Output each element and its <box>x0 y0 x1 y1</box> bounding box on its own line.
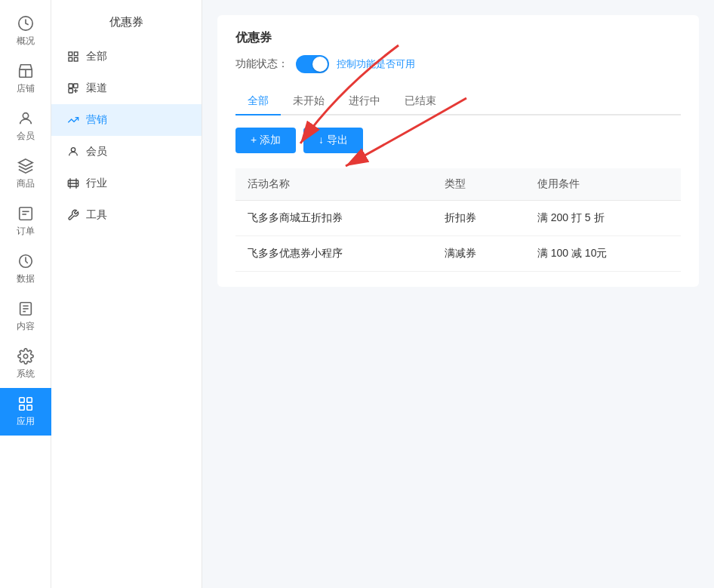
second-nav-channel-label: 渠道 <box>86 82 107 95</box>
svg-rect-17 <box>69 52 72 56</box>
svg-rect-19 <box>69 57 72 61</box>
export-button[interactable]: ↓ 导出 <box>303 128 363 153</box>
marketing-icon <box>66 113 80 127</box>
second-nav-membernav[interactable]: 会员 <box>51 136 202 168</box>
svg-rect-18 <box>74 52 78 56</box>
table-cell-condition: 满 100 减 10元 <box>525 236 681 272</box>
svg-rect-16 <box>26 405 31 410</box>
sidebar-label-order: 订单 <box>17 225 35 238</box>
sidebar-icons: 概况 店铺 会员 商品 订单 <box>0 0 51 588</box>
svg-rect-21 <box>69 84 72 88</box>
second-nav-tools[interactable]: 工具 <box>51 199 202 231</box>
sidebar-label-data: 数据 <box>17 272 35 285</box>
svg-point-26 <box>71 148 75 152</box>
table-cell-name: 飞多多优惠券小程序 <box>235 236 432 272</box>
tab-all[interactable]: 全部 <box>235 88 281 114</box>
action-buttons: + 添加 ↓ 导出 <box>235 128 681 153</box>
svg-point-12 <box>23 354 28 359</box>
toggle-description: 控制功能是否可用 <box>337 57 415 71</box>
table-cell-type: 折扣券 <box>432 201 525 236</box>
sidebar-label-content: 内容 <box>17 320 35 333</box>
sidebar-label-member: 会员 <box>17 130 35 143</box>
person-icon <box>66 145 80 159</box>
feature-status-label: 功能状态： <box>235 57 288 71</box>
svg-rect-13 <box>19 398 23 402</box>
table-cell-name: 飞多多商城五折扣券 <box>235 201 432 236</box>
table-cell-type: 满减券 <box>432 236 525 272</box>
table-header-type: 类型 <box>432 168 525 201</box>
feature-toggle[interactable] <box>296 55 329 73</box>
add-button[interactable]: + 添加 <box>235 128 296 153</box>
sidebar-label-app: 应用 <box>17 415 35 428</box>
section-title: 优惠券 <box>235 30 681 46</box>
sidebar-item-overview[interactable]: 概况 <box>0 8 51 55</box>
tab-ended[interactable]: 已结束 <box>392 88 448 114</box>
svg-rect-22 <box>74 84 78 88</box>
sidebar-item-system[interactable]: 系统 <box>0 340 51 388</box>
table-cell-condition: 满 200 打 5 折 <box>525 201 681 236</box>
svg-rect-20 <box>74 57 78 61</box>
second-nav-membernav-label: 会员 <box>86 145 107 159</box>
table-row: 飞多多商城五折扣券 折扣券 满 200 打 5 折 <box>235 201 681 236</box>
table-header-name: 活动名称 <box>235 168 432 201</box>
svg-rect-14 <box>26 398 31 402</box>
sidebar-label-system: 系统 <box>17 368 35 380</box>
second-nav-tools-label: 工具 <box>86 208 107 222</box>
sidebar-item-product[interactable]: 商品 <box>0 150 51 198</box>
second-nav-marketing-label: 营销 <box>86 113 107 127</box>
tabs-row: 全部 未开始 进行中 已结束 <box>235 88 681 115</box>
sidebar-label-store: 店铺 <box>17 82 35 95</box>
sidebar-item-store[interactable]: 店铺 <box>0 55 51 103</box>
industry-icon <box>66 177 80 190</box>
sidebar-item-data[interactable]: 数据 <box>0 245 51 293</box>
second-nav-industry-label: 行业 <box>86 177 107 190</box>
svg-rect-4 <box>19 208 32 220</box>
second-nav-marketing[interactable]: 营销 <box>51 104 202 136</box>
feature-status-row: 功能状态： 控制功能是否可用 <box>235 55 681 73</box>
second-nav-all[interactable]: 全部 <box>51 41 202 72</box>
second-nav-channel[interactable]: 渠道 <box>51 72 202 104</box>
sidebar-item-order[interactable]: 订单 <box>0 198 51 245</box>
channel-icon <box>66 82 80 95</box>
second-nav: 优惠券 全部 渠道 营销 <box>51 0 202 588</box>
second-nav-industry[interactable]: 行业 <box>51 168 202 199</box>
sidebar-item-app[interactable]: 应用 <box>0 388 51 436</box>
sidebar-label-overview: 概况 <box>17 35 35 48</box>
sidebar-item-member[interactable]: 会员 <box>0 103 51 150</box>
svg-point-3 <box>23 113 28 119</box>
svg-rect-23 <box>69 89 72 93</box>
sidebar-item-content[interactable]: 内容 <box>0 293 51 340</box>
tab-not-started[interactable]: 未开始 <box>281 88 337 114</box>
main-content: 优惠券 功能状态： 控制功能是否可用 全部 未开始 进行中 已结束 + 添加 <box>202 0 714 588</box>
grid-icon <box>66 50 80 63</box>
second-nav-title: 优惠券 <box>51 8 202 41</box>
tab-ongoing[interactable]: 进行中 <box>337 88 392 114</box>
coupon-table: 活动名称 类型 使用条件 飞多多商城五折扣券 折扣券 满 200 打 5 折 飞… <box>235 168 681 272</box>
table-header-condition: 使用条件 <box>525 168 681 201</box>
svg-rect-15 <box>19 405 23 410</box>
sidebar-label-product: 商品 <box>17 177 35 190</box>
table-row: 飞多多优惠券小程序 满减券 满 100 减 10元 <box>235 236 681 272</box>
content-card: 优惠券 功能状态： 控制功能是否可用 全部 未开始 进行中 已结束 + 添加 <box>217 15 699 287</box>
second-nav-all-label: 全部 <box>86 50 107 63</box>
tools-icon <box>66 208 80 222</box>
